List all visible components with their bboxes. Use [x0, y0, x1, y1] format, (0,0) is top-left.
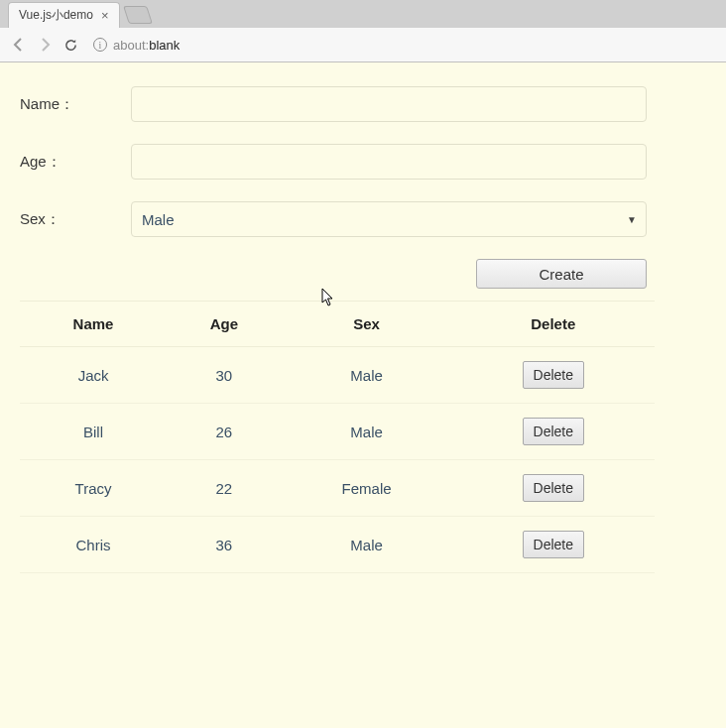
age-input[interactable] — [131, 144, 647, 180]
url-protocol: about: — [113, 38, 149, 53]
delete-button[interactable]: Delete — [523, 531, 584, 558]
name-input[interactable] — [131, 86, 647, 122]
close-tab-icon[interactable]: × — [101, 8, 109, 23]
col-header-delete: Delete — [452, 302, 655, 347]
cell-age: 26 — [167, 404, 282, 460]
delete-button[interactable]: Delete — [523, 474, 584, 502]
table-row: Jack30MaleDelete — [20, 347, 655, 404]
table-header-row: Name Age Sex Delete — [20, 302, 655, 347]
form-actions: Create — [20, 259, 647, 289]
url-text: about:blank — [113, 38, 180, 53]
table-row: Chris36MaleDelete — [20, 517, 655, 573]
cell-sex: Male — [282, 347, 452, 404]
cell-age: 36 — [167, 517, 282, 573]
reload-icon — [63, 38, 78, 53]
address-bar[interactable]: i about:blank — [87, 38, 716, 53]
browser-tab[interactable]: Vue.js小demo × — [8, 2, 120, 28]
sex-label: Sex： — [20, 210, 131, 229]
cell-sex: Male — [282, 404, 452, 460]
tab-title: Vue.js小demo — [19, 7, 93, 24]
reload-button[interactable] — [61, 36, 79, 54]
cell-delete: Delete — [452, 404, 655, 460]
cell-name: Chris — [20, 517, 167, 573]
cell-name: Tracy — [20, 460, 167, 517]
table-row: Bill26MaleDelete — [20, 404, 655, 460]
browser-chrome: Vue.js小demo × i about:blank — [0, 0, 726, 62]
cell-sex: Male — [282, 517, 452, 573]
arrow-right-icon — [37, 37, 53, 53]
arrow-left-icon — [11, 37, 27, 53]
tab-strip: Vue.js小demo × — [0, 0, 726, 28]
cell-delete: Delete — [452, 460, 655, 517]
back-button[interactable] — [10, 36, 28, 54]
col-header-age: Age — [167, 302, 282, 347]
sex-select[interactable]: Male — [131, 201, 647, 237]
people-table: Name Age Sex Delete Jack30MaleDeleteBill… — [20, 301, 655, 573]
delete-button[interactable]: Delete — [523, 418, 584, 445]
col-header-name: Name — [20, 302, 167, 347]
name-label: Name： — [20, 95, 131, 114]
cell-age: 22 — [167, 460, 282, 517]
new-tab-button[interactable] — [123, 6, 153, 24]
cell-name: Jack — [20, 347, 167, 404]
cell-name: Bill — [20, 404, 167, 460]
col-header-sex: Sex — [282, 302, 452, 347]
form-row-sex: Sex： Male ▼ — [20, 201, 706, 237]
age-label: Age： — [20, 153, 131, 172]
page-content: Name： Age： Sex： Male ▼ Create Name Age S… — [0, 62, 726, 728]
cell-delete: Delete — [452, 347, 655, 404]
cell-sex: Female — [282, 460, 452, 517]
url-host: blank — [149, 38, 180, 53]
site-info-icon[interactable]: i — [93, 38, 107, 52]
cell-age: 30 — [167, 347, 282, 404]
forward-button[interactable] — [36, 36, 54, 54]
delete-button[interactable]: Delete — [523, 361, 584, 389]
create-button[interactable]: Create — [476, 259, 647, 289]
form-row-age: Age： — [20, 144, 706, 180]
cell-delete: Delete — [452, 517, 655, 573]
browser-toolbar: i about:blank — [0, 28, 726, 61]
form-row-name: Name： — [20, 86, 706, 122]
table-row: Tracy22FemaleDelete — [20, 460, 655, 517]
